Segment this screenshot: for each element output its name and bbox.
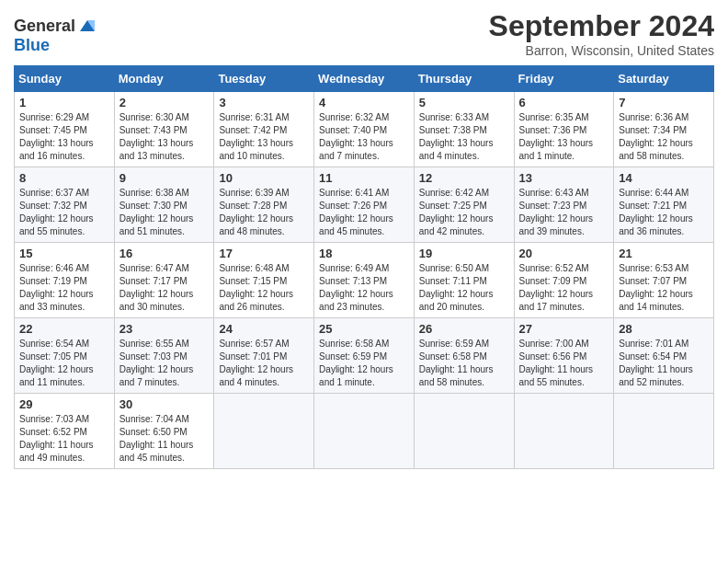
day-content: Sunrise: 6:42 AM Sunset: 7:25 PM Dayligh… (419, 187, 509, 238)
day-content: Sunrise: 6:46 AM Sunset: 7:19 PM Dayligh… (19, 262, 109, 314)
day-number: 19 (419, 247, 509, 260)
day-content: Sunrise: 7:00 AM Sunset: 6:56 PM Dayligh… (519, 338, 609, 389)
calendar-day-cell: 1 Sunrise: 6:29 AM Sunset: 7:45 PM Dayli… (15, 92, 115, 167)
logo-icon (78, 17, 97, 35)
calendar-day-cell: 2 Sunrise: 6:30 AM Sunset: 7:43 PM Dayli… (114, 92, 214, 167)
page-subtitle: Barron, Wisconsin, United States (489, 43, 714, 58)
day-number: 23 (119, 322, 210, 336)
calendar-day-cell: 29 Sunrise: 7:03 AM Sunset: 6:52 PM Dayl… (15, 394, 115, 469)
calendar-body: 1 Sunrise: 6:29 AM Sunset: 7:45 PM Dayli… (15, 92, 714, 469)
day-number: 8 (19, 171, 109, 185)
calendar-header: SundayMondayTuesdayWednesdayThursdayFrid… (15, 66, 714, 92)
day-content: Sunrise: 6:55 AM Sunset: 7:03 PM Dayligh… (119, 338, 210, 389)
calendar-day-cell: 3 Sunrise: 6:31 AM Sunset: 7:42 PM Dayli… (214, 92, 314, 167)
calendar-day-header: Wednesday (314, 66, 415, 92)
day-content: Sunrise: 6:36 AM Sunset: 7:34 PM Dayligh… (619, 111, 709, 163)
day-number: 13 (519, 171, 609, 185)
calendar-day-cell: 11 Sunrise: 6:41 AM Sunset: 7:26 PM Dayl… (314, 167, 415, 243)
calendar-day-cell: 17 Sunrise: 6:48 AM Sunset: 7:15 PM Dayl… (214, 243, 314, 318)
calendar-day-cell: 25 Sunrise: 6:58 AM Sunset: 6:59 PM Dayl… (314, 318, 415, 394)
day-number: 6 (519, 96, 609, 109)
calendar-day-cell (414, 394, 514, 469)
day-content: Sunrise: 7:03 AM Sunset: 6:52 PM Dayligh… (19, 413, 109, 465)
calendar-week-row: 22 Sunrise: 6:54 AM Sunset: 7:05 PM Dayl… (15, 318, 714, 394)
day-content: Sunrise: 6:53 AM Sunset: 7:07 PM Dayligh… (619, 262, 709, 314)
day-content: Sunrise: 6:54 AM Sunset: 7:05 PM Dayligh… (19, 338, 109, 389)
day-number: 25 (319, 322, 409, 336)
day-content: Sunrise: 6:43 AM Sunset: 7:23 PM Dayligh… (519, 187, 609, 238)
day-content: Sunrise: 6:47 AM Sunset: 7:17 PM Dayligh… (119, 262, 210, 314)
day-content: Sunrise: 6:31 AM Sunset: 7:42 PM Dayligh… (219, 111, 309, 163)
day-number: 3 (219, 96, 309, 109)
page-title: September 2024 (489, 9, 714, 43)
calendar-day-cell: 4 Sunrise: 6:32 AM Sunset: 7:40 PM Dayli… (314, 92, 415, 167)
calendar-day-cell: 7 Sunrise: 6:36 AM Sunset: 7:34 PM Dayli… (614, 92, 714, 167)
calendar-day-cell: 9 Sunrise: 6:38 AM Sunset: 7:30 PM Dayli… (114, 167, 214, 243)
logo-general-text: General (14, 17, 75, 36)
calendar-day-cell: 13 Sunrise: 6:43 AM Sunset: 7:23 PM Dayl… (514, 167, 614, 243)
calendar-day-cell (514, 394, 614, 469)
calendar-day-cell: 15 Sunrise: 6:46 AM Sunset: 7:19 PM Dayl… (15, 243, 115, 318)
calendar-day-cell: 5 Sunrise: 6:33 AM Sunset: 7:38 PM Dayli… (414, 92, 514, 167)
day-number: 9 (119, 171, 210, 185)
day-number: 5 (419, 96, 509, 109)
calendar-day-cell: 21 Sunrise: 6:53 AM Sunset: 7:07 PM Dayl… (614, 243, 714, 318)
calendar-day-header: Saturday (614, 66, 714, 92)
calendar-header-row: SundayMondayTuesdayWednesdayThursdayFrid… (15, 66, 714, 92)
day-content: Sunrise: 6:57 AM Sunset: 7:01 PM Dayligh… (219, 338, 309, 389)
day-number: 2 (119, 96, 210, 109)
calendar-day-cell: 10 Sunrise: 6:39 AM Sunset: 7:28 PM Dayl… (214, 167, 314, 243)
calendar-day-cell: 14 Sunrise: 6:44 AM Sunset: 7:21 PM Dayl… (614, 167, 714, 243)
day-number: 1 (19, 96, 109, 109)
calendar-day-cell: 27 Sunrise: 7:00 AM Sunset: 6:56 PM Dayl… (514, 318, 614, 394)
day-content: Sunrise: 6:49 AM Sunset: 7:13 PM Dayligh… (319, 262, 409, 314)
day-number: 14 (619, 171, 709, 185)
day-content: Sunrise: 6:29 AM Sunset: 7:45 PM Dayligh… (19, 111, 109, 163)
calendar-day-cell: 12 Sunrise: 6:42 AM Sunset: 7:25 PM Dayl… (414, 167, 514, 243)
calendar-day-cell: 18 Sunrise: 6:49 AM Sunset: 7:13 PM Dayl… (314, 243, 415, 318)
calendar-week-row: 15 Sunrise: 6:46 AM Sunset: 7:19 PM Dayl… (15, 243, 714, 318)
day-content: Sunrise: 6:41 AM Sunset: 7:26 PM Dayligh… (319, 187, 409, 238)
calendar-day-cell: 22 Sunrise: 6:54 AM Sunset: 7:05 PM Dayl… (15, 318, 115, 394)
day-number: 12 (419, 171, 509, 185)
day-number: 7 (619, 96, 709, 109)
day-number: 10 (219, 171, 309, 185)
day-content: Sunrise: 6:38 AM Sunset: 7:30 PM Dayligh… (119, 187, 210, 238)
calendar-week-row: 1 Sunrise: 6:29 AM Sunset: 7:45 PM Dayli… (15, 92, 714, 167)
day-number: 26 (419, 322, 509, 336)
calendar-day-cell: 24 Sunrise: 6:57 AM Sunset: 7:01 PM Dayl… (214, 318, 314, 394)
day-number: 29 (19, 397, 109, 411)
day-number: 24 (219, 322, 309, 336)
day-number: 18 (319, 247, 409, 260)
day-content: Sunrise: 7:04 AM Sunset: 6:50 PM Dayligh… (119, 413, 210, 465)
day-number: 28 (619, 322, 709, 336)
calendar-day-cell: 6 Sunrise: 6:35 AM Sunset: 7:36 PM Dayli… (514, 92, 614, 167)
calendar-day-header: Sunday (15, 66, 115, 92)
calendar-day-cell: 19 Sunrise: 6:50 AM Sunset: 7:11 PM Dayl… (414, 243, 514, 318)
calendar-day-cell (614, 394, 714, 469)
calendar-table: SundayMondayTuesdayWednesdayThursdayFrid… (14, 65, 714, 469)
day-number: 4 (319, 96, 409, 109)
day-content: Sunrise: 6:58 AM Sunset: 6:59 PM Dayligh… (319, 338, 409, 389)
day-content: Sunrise: 7:01 AM Sunset: 6:54 PM Dayligh… (619, 338, 709, 389)
day-content: Sunrise: 6:33 AM Sunset: 7:38 PM Dayligh… (419, 111, 509, 163)
day-number: 17 (219, 247, 309, 260)
calendar-day-cell: 23 Sunrise: 6:55 AM Sunset: 7:03 PM Dayl… (114, 318, 214, 394)
calendar-day-cell: 30 Sunrise: 7:04 AM Sunset: 6:50 PM Dayl… (114, 394, 214, 469)
calendar-day-cell: 20 Sunrise: 6:52 AM Sunset: 7:09 PM Dayl… (514, 243, 614, 318)
calendar-day-header: Friday (514, 66, 614, 92)
day-number: 30 (119, 397, 210, 411)
calendar-day-cell (214, 394, 314, 469)
day-content: Sunrise: 6:35 AM Sunset: 7:36 PM Dayligh… (519, 111, 609, 163)
day-content: Sunrise: 6:52 AM Sunset: 7:09 PM Dayligh… (519, 262, 609, 314)
title-area: September 2024 Barron, Wisconsin, United… (489, 9, 714, 58)
day-content: Sunrise: 6:48 AM Sunset: 7:15 PM Dayligh… (219, 262, 309, 314)
logo: General Blue (14, 9, 97, 55)
calendar-day-cell: 16 Sunrise: 6:47 AM Sunset: 7:17 PM Dayl… (114, 243, 214, 318)
calendar-day-cell: 8 Sunrise: 6:37 AM Sunset: 7:32 PM Dayli… (15, 167, 115, 243)
day-number: 21 (619, 247, 709, 260)
day-content: Sunrise: 6:37 AM Sunset: 7:32 PM Dayligh… (19, 187, 109, 238)
calendar-day-header: Tuesday (214, 66, 314, 92)
day-number: 22 (19, 322, 109, 336)
header: General Blue September 2024 Barron, Wisc… (14, 9, 714, 58)
